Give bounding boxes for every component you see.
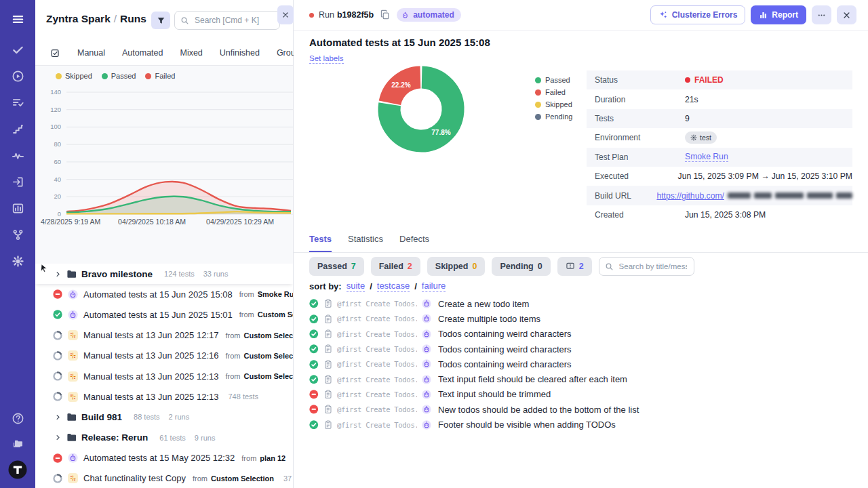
panel-close-button[interactable] <box>277 5 294 24</box>
filter-chip-skipped[interactable]: Skipped0 <box>427 257 486 276</box>
detail-value: 21s <box>685 95 698 104</box>
filter-chip-failed[interactable]: Failed2 <box>371 257 420 276</box>
detail-row: Build URLhttps://github.com/ <box>587 186 852 205</box>
close-icon <box>281 11 290 19</box>
comment-icon <box>566 262 575 271</box>
sidebar-sign-in-icon <box>12 176 24 188</box>
run-folder-row[interactable]: Bravo milestone124 tests33 runs <box>35 264 293 284</box>
tab-automated[interactable]: Automated <box>122 48 163 58</box>
tab-statistics[interactable]: Statistics <box>348 234 383 252</box>
test-suite: @first Create Todos... <box>337 330 417 338</box>
filter-button[interactable] <box>151 12 170 29</box>
filter-chip-passed[interactable]: Passed7 <box>309 257 364 276</box>
sidebar-list-check-button[interactable] <box>0 89 35 116</box>
detail-row: Environmenttest <box>587 128 852 147</box>
redacted-url-segment <box>836 192 852 199</box>
test-plan-link[interactable]: Smoke Run <box>685 152 728 162</box>
test-row[interactable]: @first Create Todos...New todos should b… <box>309 402 861 417</box>
runs-panel-header: Zyntra Spark/Runs <box>35 0 293 41</box>
sidebar-steps-button[interactable] <box>0 116 35 142</box>
folder-tests-count: 88 tests <box>134 413 160 421</box>
report-button[interactable]: Report <box>751 5 806 24</box>
test-row[interactable]: @first Create Todos...Text input field s… <box>309 371 861 386</box>
copy-run-id-button[interactable] <box>379 9 390 20</box>
test-row[interactable]: @first Create Todos...Footer should be v… <box>309 417 861 432</box>
run-label: Run <box>319 10 334 20</box>
test-title: Create a new todo item <box>438 299 529 309</box>
sidebar-check-button[interactable] <box>0 37 35 63</box>
folder-name: Build 981 <box>81 412 122 422</box>
test-row[interactable]: @first Create Todos...Todos containing w… <box>309 342 861 357</box>
folder-tests-count: 61 tests <box>159 434 186 442</box>
build-url-link[interactable]: https://github.com/ <box>656 191 724 201</box>
passed-status-icon <box>309 299 319 308</box>
sort-by-failure[interactable]: failure <box>422 281 446 292</box>
close-run-button[interactable] <box>837 5 856 24</box>
svg-text:120: 120 <box>50 106 61 113</box>
run-title: Chat functinality test Copy <box>83 473 186 483</box>
report-label: Report <box>772 10 798 20</box>
detail-label: Environment <box>587 133 685 142</box>
test-row[interactable]: @first Create Todos...Create multiple to… <box>309 311 861 326</box>
redacted-url-segment <box>775 192 804 199</box>
test-row[interactable]: @first Create Todos...Text input should … <box>309 387 861 402</box>
sidebar-play-circle-button[interactable] <box>0 63 35 89</box>
set-labels-link[interactable]: Set labels <box>309 54 344 64</box>
test-row[interactable]: @first Create Todos...Todos containing w… <box>309 357 861 371</box>
sort-separator: / <box>370 281 372 291</box>
tab-unfinished[interactable]: Unfinished <box>220 48 260 58</box>
detail-value: 9 <box>685 114 690 123</box>
run-row[interactable]: Manual tests at 13 Jun 2025 12:13fromCus… <box>35 366 293 386</box>
sidebar-gear-button[interactable] <box>0 248 35 274</box>
breadcrumb-project[interactable]: Zyntra Spark <box>46 13 111 24</box>
tab-defects[interactable]: Defects <box>399 234 429 252</box>
filter-chip-pending[interactable]: Pending0 <box>492 257 550 276</box>
run-row[interactable]: Manual tests at 13 Jun 2025 12:17fromCus… <box>35 325 293 346</box>
test-search-input[interactable] <box>618 262 688 271</box>
sort-by-testcase[interactable]: testcase <box>377 281 410 292</box>
tab-manual[interactable]: Manual <box>77 48 105 58</box>
detail-row: Duration21s <box>587 89 852 108</box>
sidebar-steps-icon <box>12 123 24 136</box>
run-folder-row[interactable]: Release: Rerun61 tests9 runs <box>35 428 293 448</box>
manual-run-icon <box>68 350 78 361</box>
run-row[interactable]: Chat functinality test CopyfromCustom Se… <box>35 468 293 488</box>
sidebar-help-button[interactable] <box>0 405 35 431</box>
svg-text:80: 80 <box>54 140 61 148</box>
clipboard-icon <box>323 299 333 308</box>
tab-mixed[interactable]: Mixed <box>180 48 202 58</box>
run-source: Smoke Run <box>258 290 293 298</box>
tab-tests[interactable]: Tests <box>309 234 332 252</box>
run-row[interactable]: Automated tests at 15 Jun 2025 15:01from… <box>35 304 293 325</box>
sidebar-pulse-button[interactable] <box>0 142 35 169</box>
test-filters: Passed7Failed2Skipped0Pending02 <box>309 257 694 276</box>
run-row[interactable]: Manual tests at 13 Jun 2025 12:16fromCus… <box>35 346 293 366</box>
sidebar-folders-button[interactable] <box>0 431 35 457</box>
sidebar-branch-button[interactable] <box>0 222 35 248</box>
sort-by-suite[interactable]: suite <box>347 281 365 292</box>
app-root: Zyntra Spark/Runs ManualAutomatedMixedUn… <box>0 0 868 488</box>
run-row[interactable]: Automated tests at 15 Jun 2025 15:08from… <box>35 284 293 304</box>
sidebar-menu-button[interactable] <box>0 8 35 30</box>
sidebar-sign-in-button[interactable] <box>0 169 35 195</box>
sidebar-logo-button[interactable] <box>0 457 35 483</box>
clipboard-icon <box>323 390 333 399</box>
robot-icon <box>401 11 410 20</box>
more-actions-button[interactable] <box>812 5 831 24</box>
runs-search-input[interactable] <box>193 15 274 26</box>
sidebar-bar-chart-button[interactable] <box>0 195 35 222</box>
run-row[interactable]: Automated tests at 15 May 2025 12:32from… <box>35 448 293 468</box>
donut-legend-item: Skipped <box>535 100 572 108</box>
clusterize-errors-button[interactable]: Clusterize Errors <box>650 5 746 24</box>
test-row[interactable]: @first Create Todos...Create a new todo … <box>309 296 861 311</box>
test-row[interactable]: @first Create Todos...Todos containing w… <box>309 327 861 342</box>
from-label: from <box>239 310 254 319</box>
filter-chip-comments[interactable]: 2 <box>557 257 592 276</box>
chevron-right-icon <box>54 434 62 441</box>
select-runs-icon[interactable] <box>50 48 60 58</box>
run-row[interactable]: Manual tests at 13 Jun 2025 12:13748 tes… <box>35 386 293 407</box>
sidebar-gear-icon <box>12 255 24 268</box>
run-title: Manual tests at 13 Jun 2025 12:17 <box>83 330 218 340</box>
run-folder-row[interactable]: Build 98188 tests2 runs <box>35 407 293 427</box>
breadcrumb-current: Runs <box>120 13 146 24</box>
